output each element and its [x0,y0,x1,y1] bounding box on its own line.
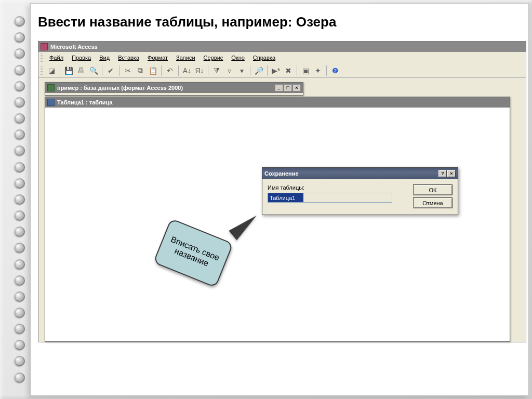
tool-save-icon[interactable]: 💾 [63,65,74,76]
menubar-handle[interactable] [41,54,43,62]
tool-sort-desc-icon[interactable]: Я↓ [194,65,205,76]
tool-cut-icon[interactable]: ✂ [122,65,134,76]
tool-undo-icon[interactable]: ↶ [164,65,176,76]
slide-heading: Ввести название таблицы, например: Озера [38,14,521,30]
toolbar-handle[interactable] [41,66,43,75]
access-client-area: пример : база данных (формат Access 2000… [38,79,526,342]
database-icon [47,84,55,91]
menu-view[interactable]: Вид [96,54,113,62]
database-window[interactable]: пример : база данных (формат Access 2000… [45,82,303,96]
save-dialog-close-button[interactable]: × [447,170,456,177]
table-name-label: Имя таблицы: [268,184,407,191]
db-close-button[interactable]: × [292,84,301,91]
save-dialog-titlebar[interactable]: Сохранение ? × [262,168,458,179]
table-window-title: Таблица1 : таблица [57,99,113,105]
callout-text: Вписать свое название [153,218,233,288]
database-window-titlebar[interactable]: пример : база данных (формат Access 2000… [45,83,303,93]
tool-preview-icon[interactable]: 🔍 [88,65,99,76]
access-app-icon [41,43,48,50]
tool-print-icon[interactable]: 🖶 [75,65,87,76]
menu-window[interactable]: Окно [228,54,248,62]
database-window-title: пример : база данных (формат Access 2000… [57,85,183,91]
access-app-window: Microsoft Access Файл Правка Вид Вставка… [38,41,526,342]
app-title: Microsoft Access [50,44,98,50]
app-titlebar: Microsoft Access [38,42,526,52]
tool-paste-icon[interactable]: 📋 [147,65,158,76]
table-content-area[interactable] [45,108,510,341]
tool-find-icon[interactable]: 🔎 [253,65,264,76]
cancel-button[interactable]: Отмена [413,197,453,208]
save-dialog-help-button[interactable]: ? [438,170,447,177]
menu-edit[interactable]: Правка [68,54,95,62]
save-dialog-title: Сохранение [264,170,299,177]
tool-db-window-icon[interactable]: ▣ [300,65,311,76]
tool-filter-selection-icon[interactable]: ⧩ [211,65,222,76]
tool-sort-asc-icon[interactable]: A↓ [181,65,193,76]
menu-format[interactable]: Формат [144,54,171,62]
slide-page: Ввести название таблицы, например: Озера… [30,3,529,396]
tool-new-object-icon[interactable]: ✦ [312,65,324,76]
save-dialog: Сохранение ? × Имя таблицы: О [262,167,458,215]
presentation-slide: Ввести название таблицы, например: Озера… [0,0,532,399]
table-window-titlebar[interactable]: Таблица1 : таблица [45,97,510,108]
annotation-callout: Вписать свое название [158,224,228,282]
slide-spiral-binding [15,0,26,399]
db-maximize-button[interactable]: □ [284,84,292,91]
table-icon [47,99,55,106]
menubar: Файл Правка Вид Вставка Формат Записи Се… [38,52,526,63]
toolbar: ◪ 💾 🖶 🔍 ✔ ✂ ⧉ 📋 ↶ A↓ Я↓ ⧩ ▿ ▾ [38,63,526,78]
tool-help-icon[interactable]: ❷ [329,65,341,76]
tool-view-icon[interactable]: ◪ [46,65,57,76]
tool-filter-form-icon[interactable]: ▿ [223,65,235,76]
tool-new-record-icon[interactable]: ▶* [270,65,282,76]
tool-delete-record-icon[interactable]: ✖ [283,65,294,76]
menu-help[interactable]: Справка [249,54,279,62]
menu-insert[interactable]: Вставка [114,54,143,62]
table-name-input[interactable] [268,193,392,203]
menu-tools[interactable]: Сервис [200,54,227,62]
tool-copy-icon[interactable]: ⧉ [135,65,146,76]
db-minimize-button[interactable]: _ [275,84,283,91]
ok-button[interactable]: ОК [413,184,453,195]
menu-records[interactable]: Записи [172,54,199,62]
menu-file[interactable]: Файл [46,54,67,62]
tool-spelling-icon[interactable]: ✔ [105,65,116,76]
tool-filter-toggle-icon[interactable]: ▾ [236,65,247,76]
table-window[interactable]: Таблица1 : таблица [45,97,510,342]
